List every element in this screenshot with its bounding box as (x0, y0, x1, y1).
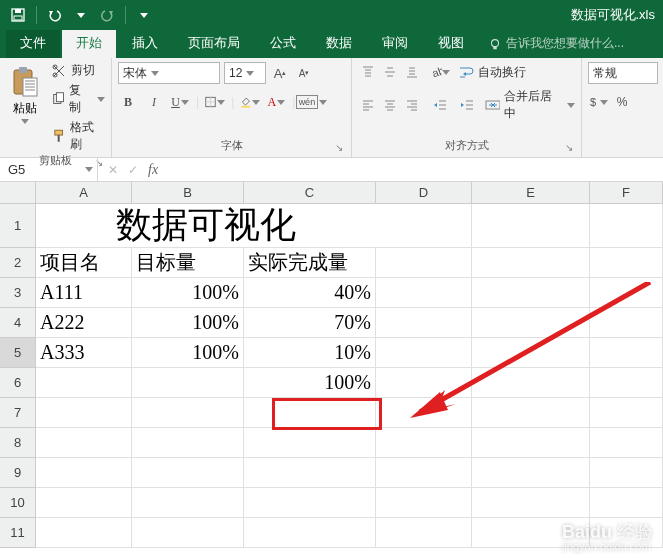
cell[interactable] (244, 428, 376, 458)
col-header[interactable]: A (36, 182, 132, 203)
cell[interactable] (590, 488, 663, 518)
cell[interactable] (36, 518, 132, 548)
cell[interactable] (376, 488, 472, 518)
cell[interactable]: 10% (244, 338, 376, 368)
dialog-launcher-icon[interactable]: ↘ (565, 142, 573, 153)
cell[interactable] (36, 368, 132, 398)
cell[interactable]: 100% (244, 368, 376, 398)
undo-icon[interactable] (45, 5, 65, 25)
copy-button[interactable]: 复制 (51, 82, 105, 116)
italic-button[interactable]: I (144, 92, 164, 112)
cell[interactable] (590, 458, 663, 488)
row-header[interactable]: 3 (0, 278, 36, 308)
row-header[interactable]: 4 (0, 308, 36, 338)
cell[interactable] (472, 278, 590, 308)
row-header[interactable]: 9 (0, 458, 36, 488)
align-right-icon[interactable] (402, 95, 422, 115)
cell[interactable] (590, 308, 663, 338)
tab-layout[interactable]: 页面布局 (174, 28, 254, 58)
col-header[interactable]: C (244, 182, 376, 203)
format-painter-button[interactable]: 格式刷 (51, 119, 105, 153)
cell[interactable]: A111 (36, 278, 132, 308)
cell[interactable] (36, 458, 132, 488)
tab-home[interactable]: 开始 (62, 28, 116, 58)
cell[interactable] (132, 518, 244, 548)
cell[interactable] (472, 248, 590, 278)
cell[interactable]: A222 (36, 308, 132, 338)
tab-formulas[interactable]: 公式 (256, 28, 310, 58)
cell[interactable] (472, 488, 590, 518)
row-header[interactable]: 6 (0, 368, 36, 398)
cell[interactable] (590, 368, 663, 398)
col-header[interactable]: D (376, 182, 472, 203)
paste-button[interactable]: 粘贴 (6, 62, 43, 124)
shrink-font-icon[interactable]: A▾ (294, 63, 314, 83)
percent-icon[interactable]: % (612, 92, 632, 112)
fx-icon[interactable]: fx (148, 162, 158, 178)
tab-data[interactable]: 数据 (312, 28, 366, 58)
row-header[interactable]: 11 (0, 518, 36, 548)
cell[interactable]: 项目名 (36, 248, 132, 278)
cell[interactable] (590, 338, 663, 368)
cell[interactable] (590, 204, 663, 248)
font-color-button[interactable]: A (266, 92, 286, 112)
cell[interactable]: 70% (244, 308, 376, 338)
cell[interactable] (244, 458, 376, 488)
cell[interactable] (36, 428, 132, 458)
cell[interactable]: 100% (132, 338, 244, 368)
borders-button[interactable] (205, 92, 225, 112)
tab-file[interactable]: 文件 (6, 28, 60, 58)
cut-button[interactable]: 剪切 (51, 62, 105, 79)
merge-center-button[interactable]: 合并后居中 (485, 88, 576, 122)
cell[interactable] (376, 518, 472, 548)
qat-customize-icon[interactable] (134, 5, 154, 25)
name-box[interactable]: G5 (0, 158, 98, 181)
wrap-text-button[interactable]: 自动换行 (458, 64, 526, 81)
increase-indent-icon[interactable] (457, 95, 476, 115)
cell[interactable] (376, 248, 472, 278)
cell[interactable]: 实际完成量 (244, 248, 376, 278)
cell[interactable]: A333 (36, 338, 132, 368)
cell[interactable] (36, 488, 132, 518)
cell[interactable] (132, 368, 244, 398)
cell[interactable] (472, 368, 590, 398)
cell[interactable] (36, 398, 132, 428)
currency-icon[interactable]: $ (588, 92, 608, 112)
grow-font-icon[interactable]: A▴ (270, 63, 290, 83)
cell[interactable] (472, 428, 590, 458)
phonetic-button[interactable]: wén (301, 92, 321, 112)
col-header[interactable]: F (590, 182, 663, 203)
cell[interactable] (376, 278, 472, 308)
row-header[interactable]: 7 (0, 398, 36, 428)
cell[interactable] (376, 204, 472, 248)
cell[interactable] (590, 398, 663, 428)
orientation-icon[interactable]: ab (430, 62, 450, 82)
fill-color-button[interactable] (240, 92, 260, 112)
cell[interactable] (376, 458, 472, 488)
dialog-launcher-icon[interactable]: ↘ (335, 142, 343, 153)
font-size-combo[interactable]: 12 (224, 62, 266, 84)
tab-review[interactable]: 审阅 (368, 28, 422, 58)
cell-title[interactable]: 数据可视化 (36, 204, 376, 248)
row-header[interactable]: 8 (0, 428, 36, 458)
cell[interactable] (376, 338, 472, 368)
cell[interactable]: 目标量 (132, 248, 244, 278)
select-all-corner[interactable] (0, 182, 36, 203)
cell[interactable] (472, 338, 590, 368)
cell[interactable] (472, 458, 590, 488)
cell[interactable] (472, 204, 590, 248)
row-header[interactable]: 10 (0, 488, 36, 518)
cell[interactable]: 40% (244, 278, 376, 308)
save-icon[interactable] (8, 5, 28, 25)
align-bottom-icon[interactable] (402, 62, 422, 82)
cell[interactable] (132, 458, 244, 488)
cell[interactable] (376, 368, 472, 398)
cell[interactable] (132, 428, 244, 458)
cell[interactable] (376, 428, 472, 458)
undo-dropdown-icon[interactable] (71, 5, 91, 25)
cell[interactable] (244, 518, 376, 548)
tell-me[interactable]: 告诉我您想要做什么... (480, 29, 632, 58)
cell[interactable]: 100% (132, 308, 244, 338)
align-center-icon[interactable] (380, 95, 400, 115)
tab-view[interactable]: 视图 (424, 28, 478, 58)
